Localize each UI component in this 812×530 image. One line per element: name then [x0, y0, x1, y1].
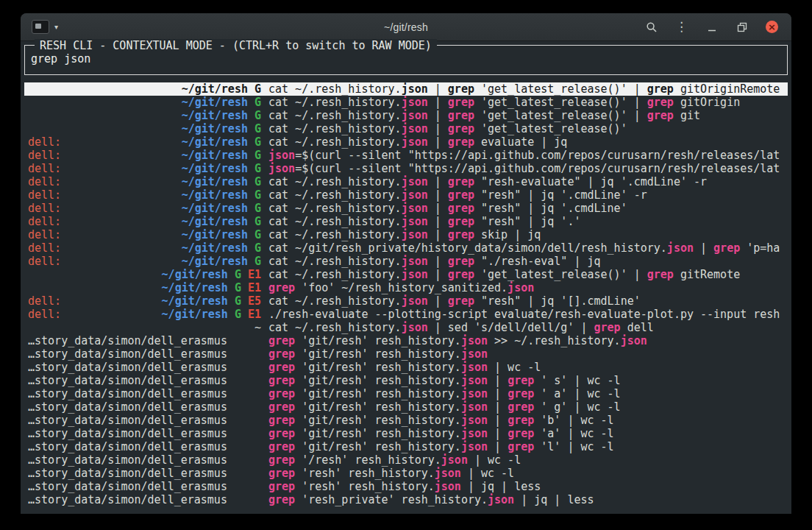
- row-command: grep 'resh' resh_history.json | jq | les…: [268, 480, 788, 493]
- row-directory: …story_data/simon/dell_erasmus: [28, 414, 227, 427]
- row-dir-flags: …story_data/simon/dell_erasmus: [28, 453, 227, 467]
- history-row[interactable]: …story_data/simon/dell_erasmusgrep 'resh…: [24, 467, 788, 480]
- titlebar[interactable]: ▾ ~/git/resh ⋮: [21, 13, 791, 41]
- match-highlight: json: [461, 374, 488, 387]
- row-command: grep 'git/resh' resh_history.json: [268, 347, 788, 361]
- history-row[interactable]: dell:~/git/reshGcat ~/.resh_history.json…: [24, 135, 788, 149]
- row-directory: …story_data/simon/dell_erasmus: [28, 453, 227, 467]
- row-directory: ~/git/resh: [182, 188, 248, 202]
- history-row[interactable]: …story_data/simon/dell_erasmusgrep 'resh…: [24, 493, 788, 506]
- row-command: cat ~/.resh_history.json | grep "./resh-…: [268, 255, 788, 268]
- match-highlight: grep: [268, 453, 295, 467]
- resh-mode-header: RESH CLI - CONTEXTUAL MODE - (CTRL+R to …: [35, 39, 437, 52]
- row-context: …story_data/simon/dell_erasmus: [24, 467, 268, 480]
- history-row[interactable]: …story_data/simon/dell_erasmusgrep 'git/…: [24, 387, 788, 400]
- match-highlight: grep: [448, 268, 474, 281]
- close-button[interactable]: ×: [766, 21, 778, 33]
- row-command: cat ~/.resh_history.json | grep "resh-ev…: [268, 175, 788, 188]
- row-dir-flags: ~/git/reshG: [182, 241, 261, 255]
- row-directory: …story_data/simon/dell_erasmus: [28, 427, 227, 440]
- match-highlight: json: [461, 387, 488, 400]
- match-highlight: grep: [268, 387, 295, 400]
- history-row[interactable]: ~/git/reshGcat ~/.resh_history.json | gr…: [24, 109, 788, 122]
- row-host: dell:: [28, 255, 61, 268]
- row-directory: ~/git/resh: [182, 96, 248, 109]
- minimize-button[interactable]: [705, 21, 718, 33]
- row-host: dell:: [28, 149, 61, 162]
- row-context: dell:~/git/reshG: [24, 241, 268, 255]
- match-highlight: json: [402, 255, 428, 268]
- history-row[interactable]: …story_data/simon/dell_erasmusgrep 'git/…: [24, 440, 788, 453]
- history-row[interactable]: ~cat ~/.resh_history.json | sed 's/dell/…: [24, 321, 788, 334]
- history-row[interactable]: …story_data/simon/dell_erasmusgrep 'resh…: [24, 480, 788, 493]
- row-dir-flags: …story_data/simon/dell_erasmus: [28, 427, 227, 440]
- row-dir-flags: ~/git/reshG: [182, 255, 261, 268]
- match-highlight: grep: [508, 414, 534, 427]
- row-context: …story_data/simon/dell_erasmus: [24, 480, 268, 493]
- history-row[interactable]: dell:~/git/reshGcat ~/.resh_history.json…: [24, 215, 788, 228]
- row-command: cat ~/.resh_history.json | sed 's/dell/d…: [268, 321, 788, 334]
- history-row[interactable]: …story_data/simon/dell_erasmusgrep 'git/…: [24, 361, 788, 374]
- row-directory: ~/git/resh: [182, 241, 248, 255]
- history-row[interactable]: …story_data/simon/dell_erasmusgrep 'git/…: [24, 414, 788, 427]
- restore-button[interactable]: [736, 21, 748, 33]
- history-row[interactable]: dell:~/git/reshGE1./resh-evaluate --plot…: [24, 308, 788, 321]
- row-directory: …story_data/simon/dell_erasmus: [28, 480, 227, 493]
- history-row[interactable]: dell:~/git/reshGcat ~/.resh_history.json…: [24, 175, 788, 188]
- row-dir-flags: ~/git/reshG: [182, 122, 261, 135]
- match-highlight: grep: [508, 400, 534, 414]
- terminal-screen[interactable]: RESH CLI - CONTEXTUAL MODE - (CTRL+R to …: [21, 40, 791, 514]
- row-host: dell:: [28, 228, 61, 241]
- row-command: grep 'git/resh' resh_history.json | grep…: [268, 440, 788, 453]
- row-command: grep 'resh_private' resh_history.json | …: [268, 493, 788, 506]
- row-context: ~/git/reshG: [24, 109, 268, 122]
- history-row[interactable]: …story_data/simon/dell_erasmusgrep 'git/…: [24, 347, 788, 361]
- chevron-down-icon: ▾: [54, 24, 58, 31]
- close-icon: ×: [768, 22, 776, 32]
- row-command: cat ~/.resh_history.json | grep 'get_lat…: [268, 268, 788, 281]
- minimize-icon: [707, 22, 717, 32]
- match-highlight: json: [402, 215, 428, 228]
- history-row[interactable]: dell:~/git/reshGcat ~/.resh_history.json…: [24, 255, 788, 268]
- row-dir-flags: …story_data/simon/dell_erasmus: [28, 480, 227, 493]
- history-row[interactable]: ~/git/reshGcat ~/.resh_history.json | gr…: [24, 122, 788, 135]
- history-row[interactable]: dell:~/git/reshGcat ~/git/resh_private/h…: [24, 241, 788, 255]
- history-row[interactable]: dell:~/git/reshGjson=$(curl --silent "ht…: [24, 149, 788, 162]
- history-row-selected[interactable]: ~/git/reshGcat ~/.resh_history.json | gr…: [24, 82, 788, 96]
- history-row[interactable]: ~/git/reshGcat ~/.resh_history.json | gr…: [24, 96, 788, 109]
- match-highlight: grep: [448, 135, 474, 149]
- history-row[interactable]: dell:~/git/reshGcat ~/.resh_history.json…: [24, 188, 788, 202]
- git-flag: G: [254, 162, 261, 175]
- git-flag: G: [235, 308, 241, 321]
- profile-menu-button[interactable]: ▾: [32, 20, 58, 34]
- match-highlight: grep: [268, 440, 295, 453]
- row-dir-flags: ~/git/reshG: [182, 96, 261, 109]
- row-context: dell:~/git/reshGE5: [24, 294, 268, 308]
- menu-button[interactable]: ⋮: [675, 21, 688, 33]
- row-dir-flags: ~: [254, 321, 261, 334]
- row-directory: …story_data/simon/dell_erasmus: [28, 361, 227, 374]
- history-row[interactable]: ~/git/reshGE1grep 'foo' ~/resh_history_s…: [24, 281, 788, 294]
- row-command: cat ~/.resh_history.json | grep 'get_lat…: [268, 96, 788, 109]
- match-highlight: json: [508, 281, 534, 294]
- history-row[interactable]: dell:~/git/reshGjson=$(curl --silent "ht…: [24, 162, 788, 175]
- history-row[interactable]: …story_data/simon/dell_erasmusgrep '/res…: [24, 453, 788, 467]
- match-highlight: grep: [647, 96, 674, 109]
- match-highlight: grep: [448, 202, 474, 215]
- history-row[interactable]: dell:~/git/reshGcat ~/.resh_history.json…: [24, 202, 788, 215]
- row-command: grep 'git/resh' resh_history.json >> ~/.…: [268, 334, 788, 347]
- history-row[interactable]: …story_data/simon/dell_erasmusgrep 'git/…: [24, 334, 788, 347]
- row-directory: ~/git/resh: [182, 162, 248, 175]
- history-row[interactable]: ~/git/reshGE1cat ~/.resh_history.json | …: [24, 268, 788, 281]
- search-button[interactable]: [645, 21, 658, 33]
- row-command: cat ~/.resh_history.json | grep "resh" |…: [268, 188, 788, 202]
- git-flag: G: [254, 202, 261, 215]
- history-row[interactable]: dell:~/git/reshGcat ~/.resh_history.json…: [24, 228, 788, 241]
- history-row[interactable]: …story_data/simon/dell_erasmusgrep 'git/…: [24, 427, 788, 440]
- row-dir-flags: ~/git/reshG: [182, 215, 261, 228]
- history-row[interactable]: …story_data/simon/dell_erasmusgrep 'git/…: [24, 400, 788, 414]
- history-row[interactable]: …story_data/simon/dell_erasmusgrep 'git/…: [24, 374, 788, 387]
- match-highlight: grep: [713, 241, 740, 255]
- history-row[interactable]: dell:~/git/reshGE5cat ~/.resh_history.js…: [24, 294, 788, 308]
- row-dir-flags: …story_data/simon/dell_erasmus: [28, 387, 227, 400]
